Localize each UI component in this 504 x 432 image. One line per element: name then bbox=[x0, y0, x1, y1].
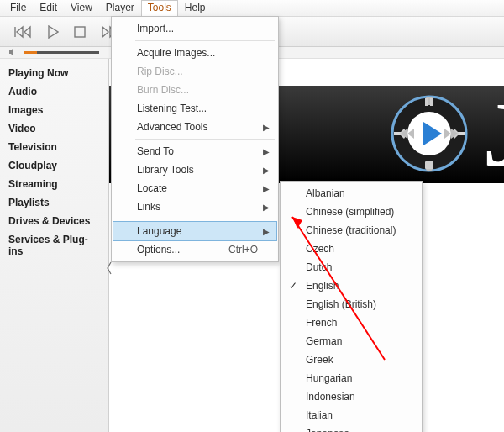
menuitem-send-to[interactable]: Send To▶ bbox=[113, 142, 276, 161]
lang-albanian[interactable]: Albanian bbox=[282, 184, 420, 203]
menu-file[interactable]: File bbox=[3, 0, 33, 16]
menu-separator bbox=[135, 139, 275, 140]
sidebar-item-playlists[interactable]: Playlists bbox=[0, 193, 108, 212]
menuitem-language[interactable]: Language▶ bbox=[113, 222, 276, 240]
menuitem-listening-test[interactable]: Listening Test... bbox=[113, 99, 276, 118]
chevron-right-icon: ▶ bbox=[263, 166, 270, 175]
svg-rect-6 bbox=[430, 98, 433, 106]
sidebar-item-images[interactable]: Images bbox=[0, 101, 108, 119]
menuitem-rip-disc[interactable]: Rip Disc... bbox=[113, 62, 276, 81]
menuitem-locate[interactable]: Locate▶ bbox=[113, 179, 276, 198]
sidebar-item-cloudplay[interactable]: Cloudplay bbox=[0, 156, 108, 175]
svg-rect-5 bbox=[425, 98, 428, 106]
lang-japanese[interactable]: Japanese bbox=[282, 424, 420, 432]
chevron-right-icon: ▶ bbox=[263, 147, 270, 156]
sidebar-item-streaming[interactable]: Streaming bbox=[0, 175, 108, 193]
chevron-right-icon: ▶ bbox=[263, 123, 270, 132]
chevron-right-icon: ▶ bbox=[263, 227, 270, 236]
lang-italian[interactable]: Italian bbox=[282, 406, 420, 424]
previous-icon[interactable] bbox=[13, 25, 32, 39]
lang-indonesian[interactable]: Indonesian bbox=[282, 387, 420, 406]
lang-dutch[interactable]: Dutch bbox=[282, 258, 420, 277]
lang-english[interactable]: ✓English bbox=[282, 277, 420, 295]
banner-logo-letter: J bbox=[483, 82, 504, 188]
sidebar-item-playing-now[interactable]: Playing Now bbox=[0, 64, 108, 82]
lang-chinese-traditional[interactable]: Chinese (traditional) bbox=[282, 221, 420, 240]
menu-view[interactable]: View bbox=[64, 0, 99, 16]
sidebar-item-video[interactable]: Video bbox=[0, 119, 108, 138]
lang-hungarian[interactable]: Hungarian bbox=[282, 369, 420, 387]
menu-edit[interactable]: Edit bbox=[33, 0, 64, 16]
check-icon: ✓ bbox=[289, 280, 297, 292]
lang-czech[interactable]: Czech bbox=[282, 240, 420, 258]
chevron-right-icon: ▶ bbox=[263, 203, 270, 212]
menubar: File Edit View Player Tools Help bbox=[0, 0, 504, 17]
menuitem-links[interactable]: Links▶ bbox=[113, 198, 276, 216]
sidebar: Playing Now Audio Images Video Televisio… bbox=[0, 59, 109, 432]
play-icon[interactable] bbox=[47, 25, 59, 39]
menu-player[interactable]: Player bbox=[99, 0, 141, 16]
shortcut-label: Ctrl+O bbox=[228, 244, 258, 256]
svg-rect-7 bbox=[425, 161, 433, 169]
menu-separator bbox=[135, 40, 275, 41]
svg-rect-0 bbox=[75, 27, 85, 37]
stop-icon[interactable] bbox=[74, 26, 86, 38]
menuitem-acquire-images[interactable]: Acquire Images... bbox=[113, 44, 276, 62]
menuitem-burn-disc[interactable]: Burn Disc... bbox=[113, 81, 276, 99]
menuitem-import[interactable]: Import... bbox=[113, 19, 276, 38]
sidebar-item-services[interactable]: Services & Plug-ins bbox=[0, 230, 108, 261]
language-submenu: Albanian Chinese (simplified) Chinese (t… bbox=[280, 181, 423, 432]
menu-separator bbox=[135, 219, 275, 219]
menu-tools[interactable]: Tools bbox=[141, 0, 178, 16]
menu-help[interactable]: Help bbox=[178, 0, 213, 16]
lang-chinese-simplified[interactable]: Chinese (simplified) bbox=[282, 203, 420, 221]
banner-play-icon bbox=[389, 93, 470, 176]
sidebar-item-television[interactable]: Television bbox=[0, 138, 108, 156]
sidebar-item-drives[interactable]: Drives & Devices bbox=[0, 212, 108, 230]
sidebar-item-audio[interactable]: Audio bbox=[0, 82, 108, 101]
lang-greek[interactable]: Greek bbox=[282, 350, 420, 369]
lang-french[interactable]: French bbox=[282, 313, 420, 332]
lang-german[interactable]: German bbox=[282, 332, 420, 350]
lang-english-british[interactable]: English (British) bbox=[282, 295, 420, 313]
tools-menu: Import... Acquire Images... Rip Disc... … bbox=[111, 16, 279, 262]
chevron-right-icon: ▶ bbox=[263, 184, 270, 193]
volume-icon[interactable] bbox=[8, 47, 18, 59]
menuitem-library-tools[interactable]: Library Tools▶ bbox=[113, 161, 276, 179]
seek-track[interactable] bbox=[24, 51, 99, 54]
menuitem-options[interactable]: Options...Ctrl+O bbox=[113, 240, 276, 259]
menuitem-advanced-tools[interactable]: Advanced Tools▶ bbox=[113, 118, 276, 136]
